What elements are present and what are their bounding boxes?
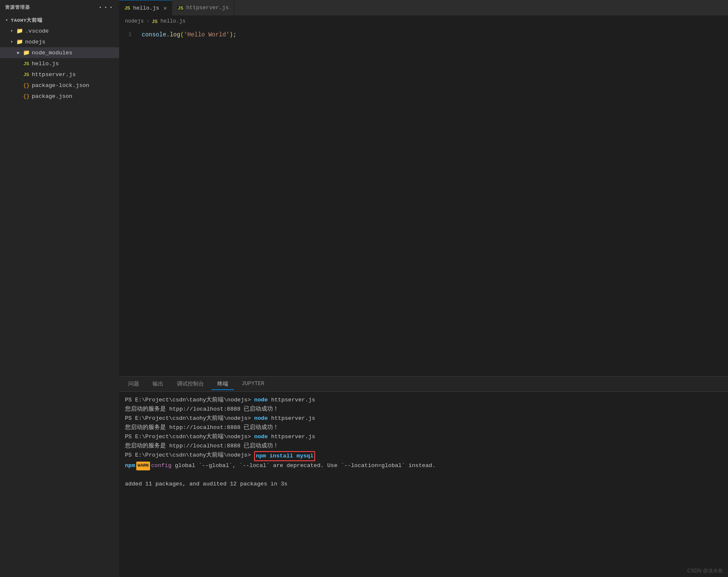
tab-label: httpserver.js xyxy=(186,5,229,11)
terminal-line: npm WARN config global `--global`, `--lo… xyxy=(125,462,722,470)
term-prompt: PS E:\Project\csdn\taohy大前端\nodejs> xyxy=(125,451,254,462)
breadcrumb-separator: › xyxy=(146,18,150,24)
editor[interactable]: 1 console.log('Hello World'); xyxy=(119,27,728,376)
sidebar-item-httpserver-js[interactable]: ▶ JS httpserver.js xyxy=(0,69,119,80)
code-token-console: console xyxy=(142,31,166,38)
term-npm-cmd-highlighted: npm install mysql xyxy=(254,451,315,462)
term-cmd-arg: httpserver.js xyxy=(268,414,315,423)
tab-hello-js[interactable]: JS hello.js ✕ xyxy=(119,0,172,15)
sidebar-more-icon[interactable]: ··· xyxy=(98,3,114,12)
term-npm-label: npm xyxy=(125,462,135,470)
chevron-down-icon: ▾ xyxy=(8,39,15,44)
term-warn-config: config xyxy=(151,462,172,470)
terminal-line: 您启动的服务是 htpp://localhost:8888 已启动成功！ xyxy=(125,442,722,451)
sidebar-item-label: .vscode xyxy=(25,28,49,34)
term-output: 您启动的服务是 htpp://localhost:8888 已启动成功！ xyxy=(125,424,279,432)
code-token-semi: ; xyxy=(233,31,236,38)
sidebar-root-label: TAOHY大前端 xyxy=(11,17,42,23)
terminal-tab-problems[interactable]: 问题 xyxy=(122,378,145,390)
terminal-tab-output[interactable]: 输出 xyxy=(147,378,169,390)
code-token-paren-open: ( xyxy=(180,31,183,38)
term-warn-badge: WARN xyxy=(136,462,150,470)
sidebar-item-hello-js[interactable]: ▶ JS hello.js xyxy=(0,58,119,69)
term-cmd-arg: httpserver.js xyxy=(268,396,315,405)
term-cmd-node: node xyxy=(254,414,267,423)
terminal-tab-debug[interactable]: 调试控制台 xyxy=(171,378,210,390)
sidebar-header: 资源管理器 ··· xyxy=(0,0,119,15)
term-output: added 11 packages, and audited 12 packag… xyxy=(125,480,288,489)
terminal-panel: 问题 输出 调试控制台 终端 JUPYTER PS E:\Project\csd… xyxy=(119,376,728,577)
terminal-line xyxy=(125,471,722,480)
folder-icon: 📁 xyxy=(16,28,23,34)
terminal-line: PS E:\Project\csdn\taohy大前端\nodejs> node… xyxy=(125,414,722,423)
watermark: CSDN @淡水鱼 xyxy=(687,567,723,574)
json-file-icon: {} xyxy=(23,82,30,89)
breadcrumb-part-nodejs: nodejs xyxy=(125,18,144,24)
terminal-tab-jupyter[interactable]: JUPYTER xyxy=(236,379,270,389)
sidebar-item-label: package.json xyxy=(32,93,72,100)
breadcrumb: nodejs › JS hello.js xyxy=(119,16,728,27)
main-area: JS hello.js ✕ JS httpserver.js nodejs › … xyxy=(119,0,728,577)
terminal-line: PS E:\Project\csdn\taohy大前端\nodejs> node… xyxy=(125,396,722,405)
sidebar-item-label: hello.js xyxy=(32,61,59,67)
terminal-tabs: 问题 输出 调试控制台 终端 JUPYTER xyxy=(119,377,728,392)
line-number: 1 xyxy=(119,30,140,39)
term-warn-message: global `--global`, `--local` are depreca… xyxy=(171,462,435,470)
sidebar-item-package-lock[interactable]: ▶ {} package-lock.json xyxy=(0,80,119,91)
sidebar-root-folder[interactable]: ▾ TAOHY大前端 xyxy=(0,15,119,26)
chevron-right-icon: ▾ xyxy=(8,28,15,33)
term-cmd-arg: httpserver.js xyxy=(268,433,315,442)
term-cmd-node: node xyxy=(254,396,267,405)
tab-bar: JS hello.js ✕ JS httpserver.js xyxy=(119,0,728,16)
folder-icon: 📁 xyxy=(16,38,23,45)
js-file-icon: JS xyxy=(23,71,30,78)
breadcrumb-part-file: hello.js xyxy=(160,18,186,24)
terminal-tab-terminal[interactable]: 终端 xyxy=(211,378,234,390)
terminal-line: added 11 packages, and audited 12 packag… xyxy=(125,480,722,489)
code-token-log: log xyxy=(170,31,180,38)
terminal-content[interactable]: PS E:\Project\csdn\taohy大前端\nodejs> node… xyxy=(119,392,728,577)
code-token-dot: . xyxy=(166,31,170,38)
sidebar: 资源管理器 ··· ▾ TAOHY大前端 ▾ 📁 .vscode ▾ 📁 nod… xyxy=(0,0,119,577)
breadcrumb-js-icon: JS xyxy=(152,19,158,24)
code-token-string: 'Hello World' xyxy=(184,31,229,38)
js-tab-icon: JS xyxy=(124,5,130,10)
sidebar-title: 资源管理器 xyxy=(5,4,30,10)
code-line-1: 1 console.log('Hello World'); xyxy=(119,30,728,39)
sidebar-item-label: node_modules xyxy=(32,50,72,56)
term-cmd-node: node xyxy=(254,433,267,442)
terminal-line: PS E:\Project\csdn\taohy大前端\nodejs> node… xyxy=(125,433,722,442)
json-file-icon: {} xyxy=(23,93,30,100)
sidebar-item-nodejs[interactable]: ▾ 📁 nodejs xyxy=(0,36,119,47)
term-prompt: PS E:\Project\csdn\taohy大前端\nodejs> xyxy=(125,433,254,442)
sidebar-item-label: httpserver.js xyxy=(32,71,76,78)
term-prompt: PS E:\Project\csdn\taohy大前端\nodejs> xyxy=(125,396,254,405)
sidebar-item-package-json[interactable]: ▶ {} package.json xyxy=(0,91,119,102)
sidebar-item-label: package-lock.json xyxy=(32,82,89,89)
tab-close-button[interactable]: ✕ xyxy=(163,5,167,12)
terminal-line: 您启动的服务是 htpp://localhost:8888 已启动成功！ xyxy=(125,405,722,414)
terminal-line: 您启动的服务是 htpp://localhost:8888 已启动成功！ xyxy=(125,424,722,432)
term-output: 您启动的服务是 htpp://localhost:8888 已启动成功！ xyxy=(125,405,279,414)
term-output: 您启动的服务是 htpp://localhost:8888 已启动成功！ xyxy=(125,442,279,451)
js-file-icon: JS xyxy=(23,61,30,67)
terminal-line: PS E:\Project\csdn\taohy大前端\nodejs> npm … xyxy=(125,451,722,462)
term-prompt: PS E:\Project\csdn\taohy大前端\nodejs> xyxy=(125,414,254,423)
chevron-down-icon: ▾ xyxy=(3,18,10,23)
chevron-right-icon: ▶ xyxy=(15,50,22,55)
sidebar-item-label: nodejs xyxy=(25,39,46,45)
tab-label: hello.js xyxy=(133,5,159,11)
js-tab-icon: JS xyxy=(177,5,183,10)
sidebar-item-node-modules[interactable]: ▶ 📁 node_modules xyxy=(0,47,119,58)
term-cmd-npm: npm install mysql xyxy=(256,453,313,459)
tab-httpserver-js[interactable]: JS httpserver.js xyxy=(172,0,234,15)
code-content: console.log('Hello World'); xyxy=(140,30,728,39)
sidebar-item-vscode[interactable]: ▾ 📁 .vscode xyxy=(0,26,119,36)
folder-icon: 📁 xyxy=(23,49,30,56)
